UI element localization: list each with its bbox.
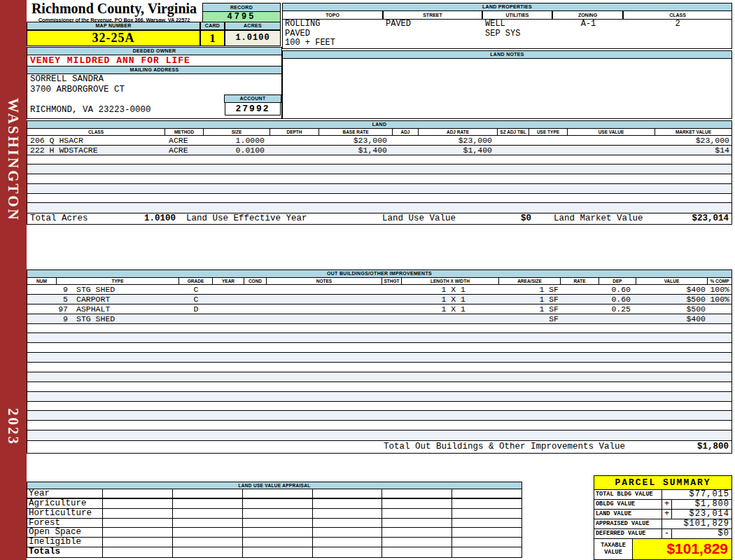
land-use-value: $0	[521, 214, 531, 224]
summary-row: DEFERRED VALUE - $0	[594, 529, 732, 539]
land-market-value: $23,014	[692, 214, 729, 224]
empty-table-row	[27, 164, 732, 174]
topo-line: 100 + FEET	[285, 38, 384, 48]
column-adj-rate: ADJ RATE	[419, 129, 498, 135]
column-value: VALUE	[636, 278, 708, 284]
cell-size: 1.0000	[204, 136, 270, 145]
table-row: 206 Q HSACR ACRE 1.0000 $23,000 $23,000 …	[27, 136, 732, 146]
empty-cell	[242, 528, 312, 538]
empty-cell	[382, 547, 451, 557]
column-type: TYPE	[57, 278, 179, 284]
table-row: 5CARPORT C 1 X 1 1 SF 0.60 $500 100%	[27, 295, 732, 304]
empty-table-row	[27, 353, 732, 363]
empty-cell	[382, 528, 451, 538]
total-acres-value: 1.0100	[144, 214, 176, 224]
empty-table-row	[27, 194, 732, 204]
row-label-ineligible: Ineligible	[27, 538, 102, 547]
empty-table-row	[27, 430, 732, 440]
cell-type: CARPORT	[76, 295, 110, 304]
empty-cell	[242, 489, 312, 499]
cell-num: 5	[27, 295, 68, 304]
empty-cell	[382, 489, 451, 499]
summary-row: OBLDG VALUE + $1,800	[594, 500, 732, 510]
empty-cell	[242, 509, 312, 519]
column-dep: DEP	[599, 278, 636, 284]
column-num: NUM	[27, 278, 57, 284]
empty-cell	[242, 519, 312, 528]
empty-cell	[312, 538, 382, 547]
cell-market-value: $23,000	[655, 136, 732, 145]
cell-length-width: 1 X 1	[402, 304, 499, 314]
minus-operator: -	[664, 529, 669, 538]
row-label-forest: Forest	[27, 519, 102, 528]
empty-cell	[451, 509, 522, 519]
column-pct-comp: % COMP	[708, 278, 732, 284]
account-box: ACCOUNT 27992	[225, 94, 281, 115]
table-row: Agriculture	[27, 499, 522, 509]
table-row: 222 H WDSTACRE ACRE 0.0100 $1,400 $1,400…	[27, 146, 732, 155]
address-line: SORRELL SANDRA	[27, 74, 281, 85]
column-year: YEAR	[213, 278, 244, 284]
land-use-appraisal-title: LAND USE VALUE APPRAISAL	[27, 482, 522, 489]
cell-type: STG SHED	[76, 285, 115, 294]
sidebar-county-label: WASHINGTON	[4, 98, 22, 222]
land-properties-panel: LAND PROPERTIES TOPO STREET UTILITIES ZO…	[282, 3, 732, 49]
cell-length-width: 1 X 1	[402, 285, 499, 294]
empty-table-row	[27, 421, 732, 430]
table-row: Totals	[27, 547, 522, 557]
empty-cell	[172, 547, 242, 557]
summary-row: APPRAISED VALUE $101,829	[594, 519, 732, 529]
cell-size: 0.0100	[204, 146, 270, 155]
empty-cell	[451, 547, 522, 557]
record-box: RECORD 4795	[202, 3, 281, 22]
empty-table-row	[27, 333, 732, 343]
column-adj: ADJ	[393, 129, 419, 135]
table-row: Ineligible	[27, 538, 522, 547]
page-title: Richmond County, Virginia	[28, 1, 200, 16]
summary-row: LAND VALUE + $23,014	[594, 510, 732, 519]
empty-cell	[382, 509, 451, 519]
column-notes: NOTES	[267, 278, 382, 284]
cell-dep: 0.25	[599, 304, 636, 314]
empty-cell	[451, 538, 522, 547]
column-area-size: AREA/SIZE	[499, 278, 561, 284]
land-use-appraisal-table: LAND USE VALUE APPRAISAL Year Agricultur…	[27, 482, 522, 558]
cell-value: $500	[636, 304, 708, 314]
column-size: SIZE	[204, 129, 270, 135]
account-label: ACCOUNT	[224, 94, 281, 103]
empty-table-row	[27, 411, 732, 421]
taxable-value: $101,829	[633, 539, 732, 559]
cell-area-size: 1 SF	[499, 295, 561, 304]
land-notes-body	[282, 59, 732, 119]
card-label: CARD	[200, 22, 225, 30]
land-totals-row: Total Acres 1.0100 Land Use Effective Ye…	[27, 213, 732, 224]
owner-panel: DEEDED OWNER VENEY MILDRED ANN FOR LIFE …	[27, 47, 282, 119]
column-use-type: USE TYPE	[529, 129, 568, 135]
empty-cell	[451, 519, 522, 528]
street-value: PAVED	[384, 20, 483, 48]
empty-cell	[102, 499, 172, 509]
appraised-value: $101,829	[683, 519, 729, 528]
land-value-label: LAND VALUE	[594, 510, 662, 519]
acres-label: ACRES	[225, 22, 281, 30]
cell-area-size: SF	[499, 314, 561, 323]
empty-cell	[312, 499, 382, 509]
deeded-owner-value: VENEY MILDRED ANN FOR LIFE	[27, 55, 281, 66]
deferred-value: $0	[718, 529, 729, 538]
row-label-year: Year	[27, 489, 102, 499]
empty-cell	[102, 538, 172, 547]
effective-year-label: Land Use Effective Year	[186, 214, 307, 224]
empty-table-row	[27, 382, 732, 392]
total-bldg-value: $77,015	[690, 490, 729, 499]
cell-pct-comp	[708, 314, 732, 323]
cell-area-size: 1 SF	[499, 304, 561, 314]
out-buildings-total-label: Total Out Buildings & Other Improvements…	[384, 441, 625, 453]
cell-pct-comp: 100%	[708, 295, 732, 304]
cell-value: $500	[636, 295, 708, 304]
parcel-summary-title: PARCEL SUMMARY	[594, 476, 732, 490]
county-title-block: Richmond County, Virginia Commissioner o…	[28, 1, 200, 23]
empty-table-row	[27, 203, 732, 213]
empty-cell	[172, 538, 242, 547]
empty-cell	[172, 489, 242, 499]
column-market-value: MARKET VALUE	[655, 129, 732, 135]
